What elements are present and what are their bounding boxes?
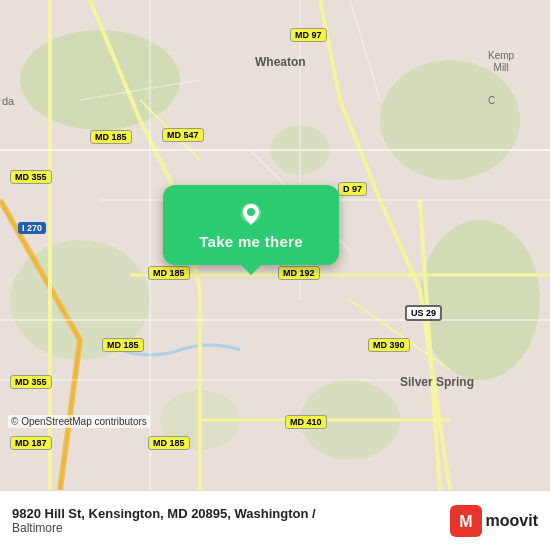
road-badge-md185-mid: MD 185 <box>148 266 190 280</box>
svg-point-9 <box>247 208 255 216</box>
place-label-c: C <box>488 95 495 106</box>
road-badge-md97-top: MD 97 <box>290 28 327 42</box>
road-badge-md187: MD 187 <box>10 436 52 450</box>
road-badge-md355-mid: MD 355 <box>10 170 52 184</box>
popup-label: Take me there <box>199 233 303 250</box>
address-section: 9820 Hill St, Kensington, MD 20895, Wash… <box>12 506 450 535</box>
address-line1: 9820 Hill St, Kensington, MD 20895, Wash… <box>12 506 450 521</box>
road-badge-i270: I 270 <box>18 222 46 234</box>
svg-point-2 <box>380 60 520 180</box>
moovit-brand-name: moovit <box>486 512 538 530</box>
bottom-bar: 9820 Hill St, Kensington, MD 20895, Wash… <box>0 490 550 550</box>
svg-point-3 <box>420 220 540 380</box>
moovit-logo: M moovit <box>450 505 538 537</box>
road-badge-md355-bot: MD 355 <box>10 375 52 389</box>
location-pin-icon <box>237 201 265 229</box>
road-badge-md185-bot: MD 185 <box>102 338 144 352</box>
address-line2: Baltimore <box>12 521 450 535</box>
road-badge-d97-mid: D 97 <box>338 182 367 196</box>
place-label-da: da <box>2 95 14 107</box>
svg-text:M: M <box>459 513 472 530</box>
road-badge-us29: US 29 <box>405 305 442 321</box>
map-view[interactable]: Wheaton Silver Spring da KempMill C MD 9… <box>0 0 550 490</box>
road-badge-md390: MD 390 <box>368 338 410 352</box>
road-badge-md185-left: MD 185 <box>90 130 132 144</box>
moovit-brand-icon: M <box>450 505 482 537</box>
road-badge-md192: MD 192 <box>278 266 320 280</box>
place-label-wheaton: Wheaton <box>255 55 306 69</box>
road-badge-md547: MD 547 <box>162 128 204 142</box>
road-badge-md185-btm: MD 185 <box>148 436 190 450</box>
take-me-there-button[interactable]: Take me there <box>163 185 339 265</box>
place-label-kemp-mill: KempMill <box>488 50 514 74</box>
place-label-silver-spring: Silver Spring <box>400 375 474 389</box>
road-badge-md410: MD 410 <box>285 415 327 429</box>
osm-credit: © OpenStreetMap contributors <box>8 415 150 428</box>
